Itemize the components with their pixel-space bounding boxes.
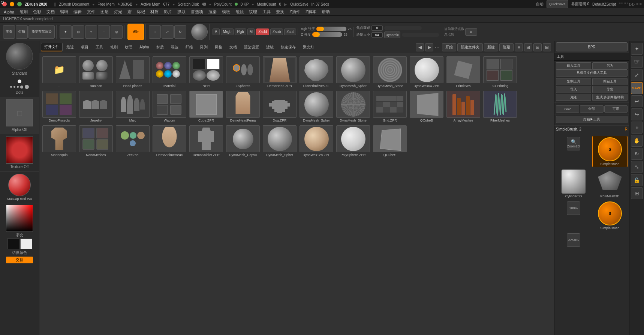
list-item[interactable]: 📁 ..: [41, 55, 78, 89]
scale-btn[interactable]: ⤡: [631, 161, 643, 173]
z-intensity-slider[interactable]: [312, 32, 342, 37]
tab-array[interactable]: 阵列: [197, 43, 211, 51]
swap-colors-button[interactable]: 交替: [6, 257, 33, 263]
home-button[interactable]: 主页: [3, 25, 15, 39]
matcap-section[interactable]: MatCap Red Wa: [0, 171, 39, 203]
cursor-icon-btn[interactable]: ✦: [631, 43, 643, 55]
menu-help[interactable]: 帮助: [319, 8, 332, 15]
channel-zcut-button[interactable]: Zcut: [284, 29, 296, 35]
lb-view-xl[interactable]: ⊞: [543, 43, 551, 51]
alpha-section[interactable]: ◻ Alpha Off: [0, 97, 39, 134]
channel-mrgb-button[interactable]: Mrgb: [221, 29, 234, 35]
lb-hide-button[interactable]: 隐藏: [499, 43, 514, 51]
tab-render-settings[interactable]: 渲染设置: [241, 43, 262, 51]
subtract-button[interactable]: −: [98, 25, 110, 39]
menu-tool[interactable]: 工具: [260, 8, 273, 15]
list-item[interactable]: QCubeS: [371, 124, 408, 158]
tab-spotlight[interactable]: 聚光灯: [300, 43, 318, 51]
focal-slider[interactable]: [384, 26, 422, 30]
tab-material[interactable]: 材质: [153, 43, 167, 51]
menu-prefs[interactable]: 首选项: [189, 8, 205, 15]
list-item[interactable]: NPR: [188, 55, 225, 89]
list-item[interactable]: Mannequin: [41, 124, 78, 158]
hand-tool-btn[interactable]: ☞: [631, 56, 643, 68]
draw-mode-button[interactable]: ✏: [127, 24, 144, 40]
menu-template[interactable]: 模板: [220, 8, 232, 15]
list-item[interactable]: Wacom: [151, 89, 188, 124]
menu-transform[interactable]: 变换: [274, 8, 286, 15]
menu-texture[interactable]: 纹理: [247, 8, 259, 15]
brush-item-simplebrush2[interactable]: S SimpleBrush: [592, 200, 628, 231]
list-item[interactable]: DemoSoldier.ZPR: [188, 124, 225, 158]
win-max[interactable]: [17, 2, 22, 6]
goz-available-button[interactable]: 可用: [604, 105, 628, 113]
lightbox-tools-button[interactable]: 灯箱▶工具: [556, 116, 628, 123]
channel-zsub-button[interactable]: Zsub: [270, 29, 283, 35]
brush-item-cylinder3d[interactable]: Cylinder3D: [556, 168, 591, 199]
add-button[interactable]: +: [85, 25, 97, 39]
list-item[interactable]: Material: [151, 55, 188, 89]
move-btn[interactable]: ⤢: [631, 69, 643, 81]
brush-item-polymesh3d[interactable]: PolyMesh3D: [592, 168, 628, 199]
rotate-tool-button[interactable]: ↻: [174, 25, 186, 39]
list-item[interactable]: DemoHead.ZPR: [261, 55, 298, 89]
menu-file[interactable]: 文件: [85, 8, 97, 15]
save-alt-button[interactable]: 另为: [592, 62, 628, 69]
pan-btn[interactable]: ✋: [631, 135, 643, 147]
menu-zplugin[interactable]: Z插件: [287, 8, 303, 15]
lb-start-button[interactable]: 开始: [442, 43, 456, 51]
brush-item-zoom2d[interactable]: 🔍 Zoom2D: [556, 136, 591, 167]
redo-btn[interactable]: ↪: [631, 108, 643, 120]
menu-color[interactable]: 色彩: [31, 8, 43, 15]
matcap-sphere[interactable]: [8, 174, 31, 196]
quicksave-button[interactable]: QuickSave: [547, 0, 568, 8]
brush-sphere[interactable]: [6, 43, 33, 70]
tab-fiber[interactable]: 纤维: [182, 43, 196, 51]
lb-dots-button[interactable]: ⋯: [434, 44, 440, 50]
center-btn[interactable]: ⊕: [631, 122, 643, 134]
brush-item-100pct[interactable]: 100%: [556, 200, 591, 231]
menu-edit2[interactable]: 编辑: [71, 8, 84, 15]
list-item[interactable]: 3D Printing: [482, 55, 518, 89]
toggle-count-button[interactable]: ⊝: [465, 28, 477, 36]
list-item[interactable]: Jewelry: [78, 89, 114, 124]
list-item[interactable]: QCubeB: [408, 89, 445, 124]
list-item[interactable]: Grid.ZPR: [371, 89, 408, 124]
menu-movie[interactable]: 影片: [162, 8, 174, 15]
menu-render[interactable]: 渲染: [206, 8, 219, 15]
foreground-color[interactable]: [7, 239, 19, 249]
paste-tool-button[interactable]: 粘贴工具: [592, 78, 628, 85]
brush-item-50pct[interactable]: Ac50%: [556, 232, 591, 248]
list-item[interactable]: Head planes: [114, 55, 151, 89]
list-item[interactable]: Primitives: [445, 55, 482, 89]
list-item[interactable]: Cube.ZPR: [188, 89, 225, 124]
tab-mesh[interactable]: 网格: [211, 43, 226, 51]
list-item[interactable]: DemoAnimeHeac: [151, 124, 188, 158]
tab-recent[interactable]: 最近: [63, 43, 77, 51]
menu-alpha[interactable]: Alpha: [1, 9, 16, 15]
lb-view-grid[interactable]: ⊞: [524, 43, 532, 51]
menu-marker[interactable]: 标记: [135, 8, 147, 15]
texture-section[interactable]: Texture Off: [0, 134, 39, 171]
load-tool-button[interactable]: 载入工具: [556, 62, 591, 69]
transform-button[interactable]: ⊞: [72, 25, 84, 39]
import-button[interactable]: 导入: [556, 86, 591, 93]
tab-quicksave[interactable]: 快速保存: [277, 43, 299, 51]
menu-layer[interactable]: 图层: [98, 8, 111, 15]
tab-project[interactable]: 项目: [78, 43, 92, 51]
list-item[interactable]: Dog.ZPR: [261, 89, 298, 124]
make-polymesh-button[interactable]: 生成 多形网格缔构: [592, 94, 628, 101]
list-item[interactable]: DemoHeadFema: [225, 89, 261, 124]
menu-brush[interactable]: 笔刷: [17, 8, 30, 15]
preview-bpr-button[interactable]: 预览布尔渲染: [28, 25, 55, 39]
lb-new-folder-button[interactable]: 新建文件夹: [457, 43, 483, 51]
dynamic-button[interactable]: Dynamic: [384, 32, 400, 38]
goz-all-button[interactable]: 全部: [580, 105, 603, 113]
menu-edit[interactable]: 编辑: [58, 8, 70, 15]
list-item[interactable]: Boolean: [78, 55, 114, 89]
list-item[interactable]: DynaMesh_Spher: [335, 55, 371, 89]
tab-texture[interactable]: 纹理: [121, 43, 136, 51]
menu-document[interactable]: 文档: [44, 8, 57, 15]
move-tool-button[interactable]: ↔: [149, 25, 161, 39]
channel-a-button[interactable]: A: [213, 29, 220, 35]
